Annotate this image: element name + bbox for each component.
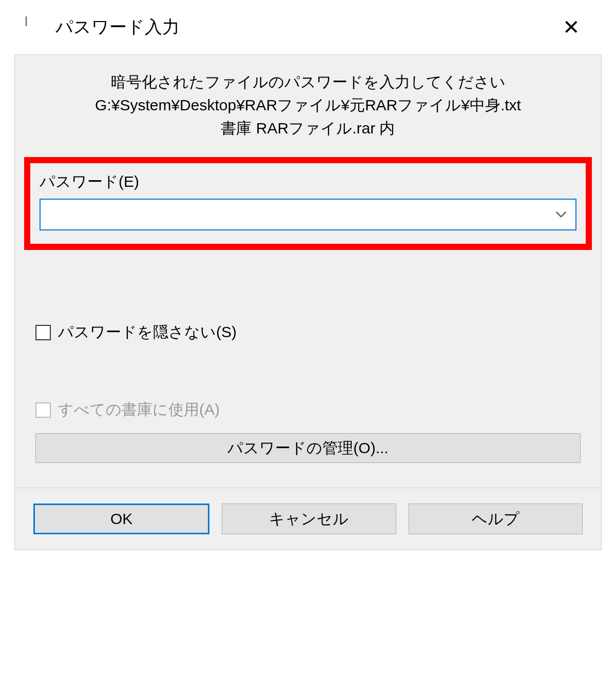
dialog-body: 暗号化されたファイルのパスワードを入力してください G:¥System¥Desk… [14,54,602,550]
cancel-button[interactable]: キャンセル [222,504,396,534]
titlebar: パスワード入力 ✕ [0,0,616,49]
apply-all-row: すべての書庫に使用(A) [15,394,601,425]
spacer [15,425,601,433]
winrar-icon [26,17,46,37]
apply-all-label: すべての書庫に使用(A) [58,399,220,420]
password-combo [40,199,576,230]
instruction-text: 暗号化されたファイルのパスワードを入力してください G:¥System¥Desk… [15,55,601,150]
password-highlight-box: パスワード(E) [24,157,592,250]
help-button[interactable]: ヘルプ [409,504,583,534]
instruction-line-1: 暗号化されたファイルのパスワードを入力してください [25,70,591,93]
show-password-checkbox[interactable] [35,325,51,340]
password-label: パスワード(E) [40,171,576,192]
spacer [15,348,601,394]
manage-passwords-button[interactable]: パスワードの管理(O)... [35,433,581,463]
instruction-line-3: 書庫 RARファイル.rar 内 [25,117,591,140]
close-icon[interactable]: ✕ [552,17,601,37]
ok-button[interactable]: OK [33,504,209,534]
button-row: OK キャンセル ヘルプ [15,488,601,550]
instruction-line-2: G:¥System¥Desktop¥RARファイル¥元RARファイル¥中身.tx… [25,93,591,117]
apply-all-checkbox [35,402,51,418]
show-password-label: パスワードを隠さない(S) [58,322,237,343]
show-password-row: パスワードを隠さない(S) [15,317,601,348]
chevron-down-icon[interactable] [547,200,575,229]
spacer [15,260,601,317]
password-input[interactable] [40,199,576,230]
dialog-title: パスワード入力 [55,15,552,39]
